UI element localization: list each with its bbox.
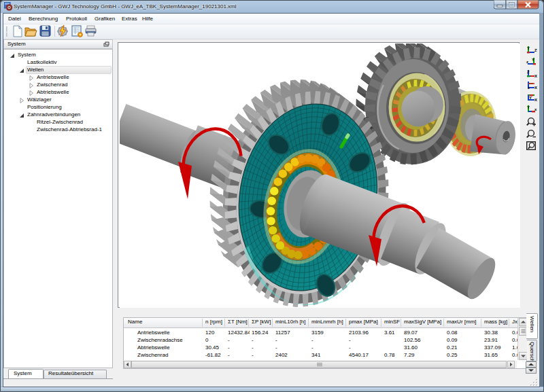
svg-text:Z: Z <box>534 48 537 52</box>
svg-text:Y: Y <box>527 46 530 50</box>
svg-text:Y: Y <box>532 58 534 62</box>
svg-text:z: z <box>526 60 528 64</box>
svg-text:Z: Z <box>527 70 530 74</box>
svg-text:X: X <box>534 98 537 102</box>
svg-text:x: x <box>534 107 537 111</box>
svg-text:X: X <box>534 74 537 78</box>
svg-text:Y: Y <box>529 96 532 100</box>
svg-text:X: X <box>534 86 537 90</box>
svg-text:z: z <box>528 86 530 90</box>
svg-text:Y: Y <box>527 105 530 109</box>
